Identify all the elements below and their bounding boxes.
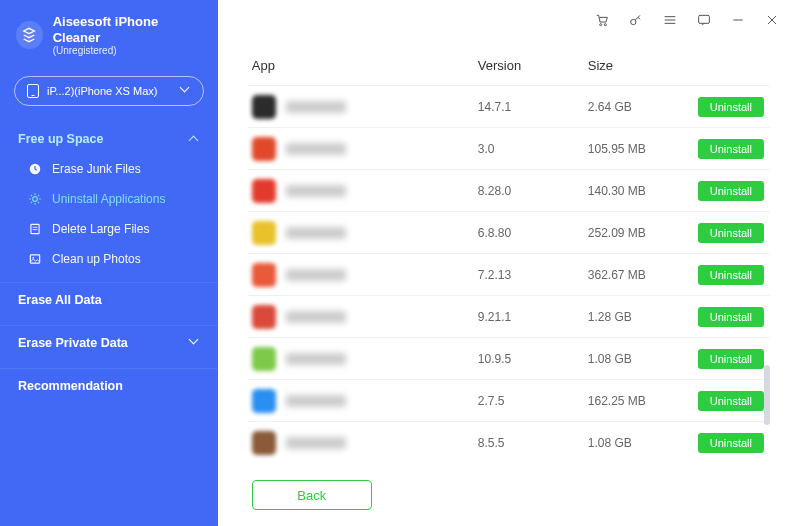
table-row: 10.9.51.08 GBUninstall [248,337,770,379]
uninstall-button[interactable]: Uninstall [698,391,764,411]
uninstall-button[interactable]: Uninstall [698,265,764,285]
cell-app [248,389,478,413]
scrollbar-thumb[interactable] [764,365,770,425]
cart-icon[interactable] [594,12,610,28]
minimize-icon[interactable] [730,12,746,28]
cell-size: 162.25 MB [588,394,698,408]
cell-size: 140.30 MB [588,184,698,198]
nav-recommendation[interactable]: Recommendation [0,368,218,403]
clock-icon [28,162,42,176]
menu-icon[interactable] [662,12,678,28]
nav-erase-private-data[interactable]: Erase Private Data [0,325,218,360]
cell-action: Uninstall [698,181,770,201]
cell-action: Uninstall [698,265,770,285]
table-body[interactable]: 14.7.12.64 GBUninstall3.0105.95 MBUninst… [248,85,770,468]
app-subtitle: (Unregistered) [53,45,202,56]
cell-action: Uninstall [698,139,770,159]
uninstall-button[interactable]: Uninstall [698,307,764,327]
brand-block: Aiseesoft iPhone Cleaner (Unregistered) [0,14,218,70]
header-action [698,58,770,73]
back-button[interactable]: Back [252,480,372,510]
header-version: Version [478,58,588,73]
app-name-blurred [286,101,346,113]
svg-point-1 [33,197,38,202]
cell-app [248,305,478,329]
uninstall-button[interactable]: Uninstall [698,349,764,369]
nav-section-label: Erase Private Data [18,336,128,350]
nav-erase-all-data[interactable]: Erase All Data [0,282,218,317]
svg-rect-2 [31,225,39,234]
table-row: 3.0105.95 MBUninstall [248,127,770,169]
cell-size: 362.67 MB [588,268,698,282]
uninstall-button[interactable]: Uninstall [698,139,764,159]
cell-action: Uninstall [698,223,770,243]
app-name-blurred [286,143,346,155]
table-row: 7.2.13362.67 MBUninstall [248,253,770,295]
table-row: 8.28.0140.30 MBUninstall [248,169,770,211]
sidebar-item-delete-large[interactable]: Delete Large Files [0,214,218,244]
app-icon [252,263,276,287]
table-row: 14.7.12.64 GBUninstall [248,85,770,127]
app-icon [252,347,276,371]
sidebar-item-uninstall-apps[interactable]: Uninstall Applications [0,184,218,214]
cell-version: 14.7.1 [478,100,588,114]
cell-app [248,347,478,371]
nav-group-label: Free up Space [18,132,103,146]
app-name-blurred [286,269,346,281]
cell-size: 2.64 GB [588,100,698,114]
app-name-blurred [286,227,346,239]
cell-app [248,221,478,245]
header-size: Size [588,58,698,73]
table-row: 6.8.80252.09 MBUninstall [248,211,770,253]
uninstall-button[interactable]: Uninstall [698,97,764,117]
key-icon[interactable] [628,12,644,28]
table-row: 8.5.51.08 GBUninstall [248,421,770,463]
cell-action: Uninstall [698,391,770,411]
titlebar [218,0,800,40]
cell-app [248,137,478,161]
device-selector[interactable]: iP...2)(iPhone XS Max) [14,76,204,106]
cell-app [248,431,478,455]
sidebar-item-erase-junk[interactable]: Erase Junk Files [0,154,218,184]
feedback-icon[interactable] [696,12,712,28]
phone-icon [27,84,39,98]
uninstall-button[interactable]: Uninstall [698,223,764,243]
cell-action: Uninstall [698,307,770,327]
main-panel: App Version Size 14.7.12.64 GBUninstall3… [218,0,800,526]
content-area: App Version Size 14.7.12.64 GBUninstall3… [218,40,800,526]
close-icon[interactable] [764,12,780,28]
cell-size: 105.95 MB [588,142,698,156]
cell-size: 1.08 GB [588,436,698,450]
app-name-blurred [286,185,346,197]
cell-action: Uninstall [698,97,770,117]
nav-section-label: Recommendation [18,379,123,393]
cell-version: 7.2.13 [478,268,588,282]
cell-action: Uninstall [698,349,770,369]
sidebar-item-clean-photos[interactable]: Clean up Photos [0,244,218,274]
cell-app [248,179,478,203]
app-icon [252,179,276,203]
photo-icon [28,252,42,266]
cell-size: 1.28 GB [588,310,698,324]
svg-point-7 [631,19,636,24]
cell-version: 10.9.5 [478,352,588,366]
nav-free-up-space[interactable]: Free up Space [0,124,218,154]
app-name-blurred [286,311,346,323]
brand-logo-icon [16,21,43,49]
cell-app [248,95,478,119]
file-icon [28,222,42,236]
sidebar-item-label: Uninstall Applications [52,192,165,206]
app-name-blurred [286,437,346,449]
uninstall-button[interactable]: Uninstall [698,433,764,453]
chevron-down-icon [190,338,200,348]
nav-section-label: Erase All Data [18,293,102,307]
app-name-blurred [286,353,346,365]
header-app: App [248,58,478,73]
app-icon [252,221,276,245]
app-icon [252,95,276,119]
sidebar: Aiseesoft iPhone Cleaner (Unregistered) … [0,0,218,526]
svg-point-6 [604,24,606,26]
cell-version: 9.21.1 [478,310,588,324]
cell-size: 252.09 MB [588,226,698,240]
uninstall-button[interactable]: Uninstall [698,181,764,201]
